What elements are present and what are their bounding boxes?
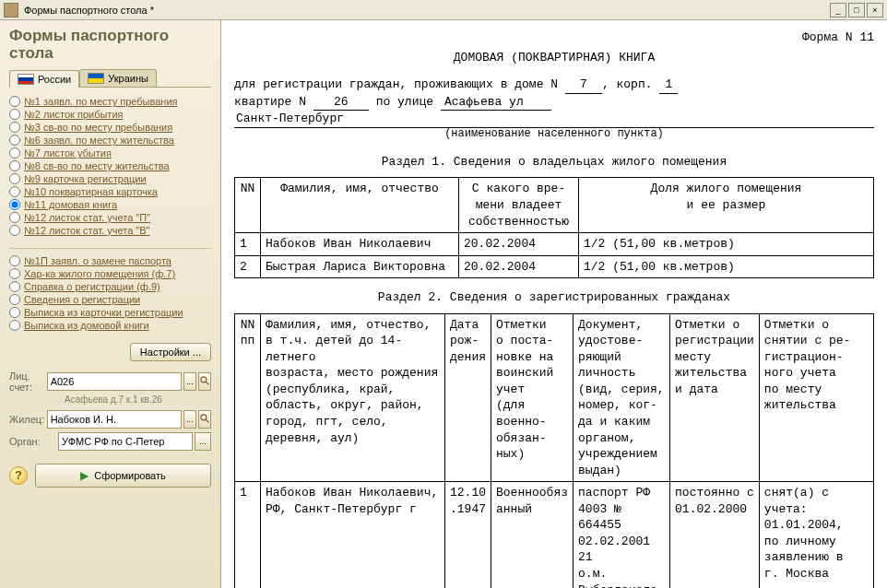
form-radio[interactable] — [9, 186, 20, 197]
app-icon — [4, 3, 18, 18]
tab-ukraine[interactable]: Украины — [79, 69, 157, 87]
window-title: Формы паспортного стола * — [24, 5, 830, 16]
settings-button[interactable]: Настройки ... — [130, 343, 211, 361]
form-list-item[interactable]: №8 св-во по месту жительства — [9, 159, 211, 172]
sidebar: Формы паспортного стола России Украины №… — [0, 20, 221, 588]
help-icon[interactable]: ? — [9, 466, 28, 485]
residents-table: NN пп Фамилия, имя, отчество, в т.ч. дет… — [234, 313, 874, 588]
col-fio2: Фамилия, имя, отчество, в т.ч. детей до … — [261, 313, 445, 481]
form-item-label: №12 листок стат. учета "В" — [24, 225, 150, 236]
form-list-item[interactable]: №12 листок стат. учета "В" — [9, 224, 211, 237]
form-list-item[interactable]: №10 поквартирная карточка — [9, 185, 211, 198]
form-item-label: №1П заявл. о замене паспорта — [24, 255, 171, 266]
col-fio: Фамилия, имя, отчество — [261, 178, 459, 233]
form-radio[interactable] — [9, 268, 20, 279]
form-radio[interactable] — [9, 255, 20, 266]
korpus-number: 1 — [659, 76, 678, 94]
account-browse-button[interactable]: ... — [183, 372, 196, 391]
sidebar-title: Формы паспортного стола — [9, 28, 211, 62]
intro-line-2: квартире N 26 по улице Асафьева ул — [234, 94, 874, 112]
form-radio[interactable] — [9, 135, 20, 146]
svg-line-3 — [206, 420, 208, 423]
titlebar: Формы паспортного стола * _ □ × — [0, 0, 887, 20]
resident-search-button[interactable] — [198, 410, 211, 429]
form-radio[interactable] — [9, 160, 20, 171]
tab-ukraine-label: Украины — [108, 73, 148, 84]
form-list-item[interactable]: №2 листок прибытия — [9, 108, 211, 121]
cell-share: 1/2 (51,00 кв.метров) — [579, 233, 874, 256]
document-pane: Форма N 11 ДОМОВАЯ (ПОКВАРТИРНАЯ) КНИГА … — [221, 20, 887, 588]
cell-document: паспорт РФ 4003 № 664455 02.02.2001 21 о… — [574, 482, 670, 588]
resident-input[interactable] — [47, 410, 182, 429]
organ-input[interactable] — [58, 432, 193, 451]
svg-line-1 — [206, 382, 208, 385]
form-list-item[interactable]: №1П заявл. о замене паспорта — [9, 254, 211, 267]
form-item-label: №6 заявл. по месту жительства — [24, 135, 174, 146]
cell-reg: постоянно с 01.02.2000 — [670, 482, 760, 588]
form-radio[interactable] — [9, 109, 20, 120]
resident-browse-button[interactable]: ... — [183, 410, 196, 429]
form-list-item[interactable]: №7 листок убытия — [9, 147, 211, 159]
col-share: Доля жилого помещения и ее размер — [579, 178, 874, 233]
intro-2a: квартире N — [234, 95, 306, 109]
svg-point-2 — [201, 415, 207, 420]
table-row: 1Набоков Иван Николаевич20.02.20041/2 (5… — [235, 233, 874, 256]
form-item-label: Справка о регистрации (ф.9) — [24, 281, 160, 292]
form-radio[interactable] — [9, 294, 20, 305]
form-item-label: Выписка из карточки регистрации — [24, 307, 183, 318]
form-item-label: Хар-ка жилого помещения (ф.7) — [24, 268, 175, 279]
form-list-item[interactable]: Выписка из карточки регистрации — [9, 306, 211, 319]
form-list-item[interactable]: №1 заявл. по месту пребывания — [9, 95, 211, 108]
form-list-item[interactable]: №3 св-во по месту пребывания — [9, 121, 211, 134]
form-radio[interactable] — [9, 96, 20, 107]
form-item-label: №9 карточка регистрации — [24, 173, 147, 184]
form-number: Форма N 11 — [234, 29, 874, 46]
col-reg: Отметки о регистрации месту жительства и… — [670, 313, 760, 481]
form-radio[interactable] — [9, 122, 20, 133]
form-list-item[interactable]: Справка о регистрации (ф.9) — [9, 280, 211, 293]
organ-browse-button[interactable]: ... — [195, 432, 211, 451]
form-radio[interactable] — [9, 281, 20, 292]
intro-line-1: для регистрации граждан, проживающих в д… — [234, 76, 874, 94]
form-radio[interactable] — [9, 212, 20, 223]
account-input[interactable] — [47, 372, 182, 391]
form-radio[interactable] — [9, 320, 20, 331]
col-dereg: Отметки о снятии с ре- гистрацион- ного … — [759, 313, 873, 481]
cell-military: Военнообяз анный — [491, 482, 574, 588]
form-list-item[interactable]: Хар-ка жилого помещения (ф.7) — [9, 267, 211, 280]
form-list-item[interactable]: Выписка из домовой книги — [9, 319, 211, 332]
form-radio[interactable] — [9, 147, 20, 159]
svg-point-0 — [201, 377, 207, 382]
form-list-item[interactable]: №11 домовая книга — [9, 198, 211, 211]
section1-title: Раздел 1. Сведения о владельцах жилого п… — [234, 154, 874, 171]
account-label: Лиц. счет: — [9, 370, 47, 393]
generate-button[interactable]: ▶ Сформировать — [35, 464, 211, 488]
resident-label: Жилец: — [9, 414, 47, 425]
form-item-label: Сведения о регистрации — [24, 294, 140, 305]
form-list-item[interactable]: №9 карточка регистрации — [9, 172, 211, 185]
account-search-button[interactable] — [198, 372, 211, 391]
cell-share: 1/2 (51,00 кв.метров) — [579, 255, 874, 278]
intro-1a: для регистрации граждан, проживающих в д… — [234, 77, 558, 91]
form-list-item[interactable]: №12 листок стат. учета "П" — [9, 211, 211, 224]
minimize-button[interactable]: _ — [830, 3, 846, 18]
form-radio[interactable] — [9, 199, 20, 210]
form-radio[interactable] — [9, 225, 20, 236]
maximize-button[interactable]: □ — [848, 3, 865, 18]
form-list-item[interactable]: Сведения о регистрации — [9, 293, 211, 306]
close-button[interactable]: × — [867, 3, 883, 18]
form-item-label: №2 листок прибытия — [24, 109, 124, 120]
form-item-label: №12 листок стат. учета "П" — [24, 212, 150, 223]
form-radio[interactable] — [9, 173, 20, 184]
tab-russia[interactable]: России — [9, 70, 79, 88]
form-list-item[interactable]: №6 заявл. по месту жительства — [9, 134, 211, 147]
city-caption: (наименование населенного пункта) — [234, 126, 874, 141]
form-item-label: №3 св-во по месту пребывания — [24, 122, 172, 133]
form-radio[interactable] — [9, 307, 20, 318]
country-tabs: России Украины — [9, 69, 211, 88]
cell-since: 20.02.2004 — [459, 233, 579, 256]
form-item-label: №7 листок убытия — [24, 147, 112, 159]
form-list-1: №1 заявл. по месту пребывания№2 листок п… — [9, 95, 211, 237]
account-hint: Асафьева д.7 к.1 кв.26 — [9, 394, 211, 405]
generate-label: Сформировать — [94, 470, 166, 481]
